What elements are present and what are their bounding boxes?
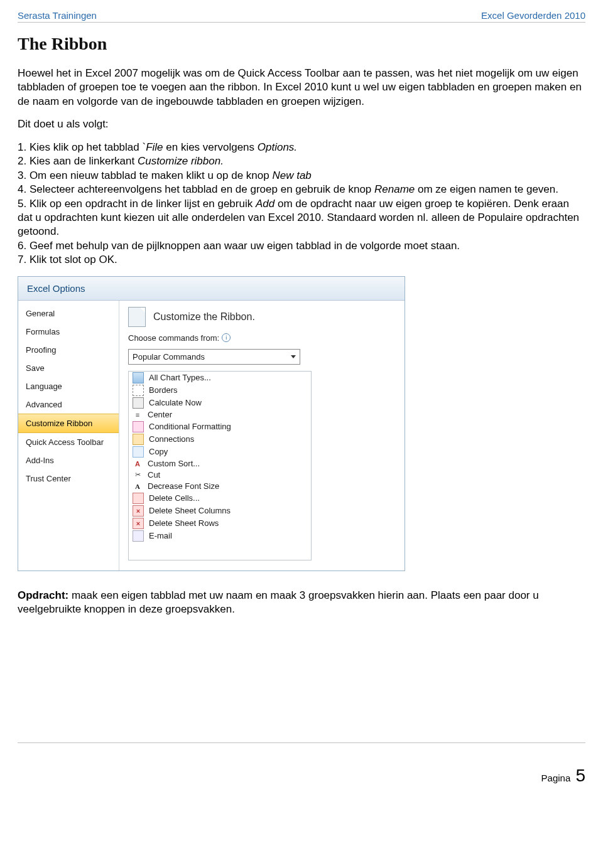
copy-icon <box>133 446 144 458</box>
nav-general[interactable]: General <box>18 304 119 323</box>
cmd-conditional-formatting[interactable]: Conditional Formatting <box>129 421 311 433</box>
cmd-custom-sort[interactable]: ACustom Sort... <box>129 458 311 469</box>
chevron-down-icon <box>291 355 296 358</box>
decrease-font-icon: A <box>133 481 143 491</box>
nav-customize-ribbon[interactable]: Customize Ribbon <box>18 414 119 433</box>
cmd-delete-sheet-columns[interactable]: Delete Sheet Columns <box>129 505 311 517</box>
scissors-icon: ✂ <box>133 470 143 480</box>
cmd-borders[interactable]: Borders <box>129 384 311 397</box>
dialog-heading: Customize the Ribbon. <box>128 307 396 327</box>
cmd-all-chart-types[interactable]: All Chart Types... <box>129 372 311 384</box>
page-title: The Ribbon <box>18 34 585 54</box>
cmd-cut[interactable]: ✂Cut <box>129 469 311 481</box>
cmd-connections[interactable]: Connections <box>129 433 311 446</box>
delete-rows-icon <box>133 518 144 529</box>
nav-addins[interactable]: Add-Ins <box>18 451 119 469</box>
lead-line: Dit doet u als volgt: <box>18 117 585 131</box>
conditional-formatting-icon <box>133 421 144 432</box>
cmd-delete-cells[interactable]: Delete Cells... <box>129 492 311 505</box>
borders-icon <box>133 385 144 396</box>
chart-icon <box>133 372 144 383</box>
header-right: Excel Gevorderden 2010 <box>481 10 585 21</box>
email-icon <box>133 530 144 542</box>
page-number: 5 <box>575 766 585 785</box>
ribbon-page-icon <box>128 307 146 327</box>
connections-icon <box>133 434 144 445</box>
nav-proofing[interactable]: Proofing <box>18 341 119 359</box>
cmd-copy[interactable]: Copy <box>129 446 311 458</box>
commands-list[interactable]: All Chart Types... Borders Calculate Now… <box>128 371 312 560</box>
nav-language[interactable]: Language <box>18 377 119 395</box>
cmd-delete-sheet-rows[interactable]: Delete Sheet Rows <box>129 517 311 530</box>
step-6: 6. Geef met behulp van de pijlknoppen aa… <box>18 239 585 253</box>
cmd-center[interactable]: ≡Center <box>129 409 311 421</box>
choose-commands-label: Choose commands from: i <box>128 333 396 343</box>
step-4: 4. Selecteer achtereenvolgens het tabbla… <box>18 183 585 196</box>
delete-columns-icon <box>133 505 144 517</box>
footer-divider <box>18 742 585 743</box>
calculator-icon <box>133 397 144 409</box>
nav-formulas[interactable]: Formulas <box>18 323 119 341</box>
step-5: 5. Klik op een opdracht in de linker lij… <box>18 197 585 239</box>
cmd-decrease-font-size[interactable]: ADecrease Font Size <box>129 481 311 492</box>
delete-cells-icon <box>133 493 144 504</box>
excel-options-dialog: Excel Options General Formulas Proofing … <box>18 276 405 571</box>
sort-icon: A <box>133 459 143 469</box>
commands-dropdown[interactable]: Popular Commands <box>128 349 300 365</box>
dialog-nav: General Formulas Proofing Save Language … <box>18 301 119 571</box>
step-1: 1. Kies klik op het tabblad `File en kie… <box>18 141 585 154</box>
nav-advanced[interactable]: Advanced <box>18 395 119 414</box>
assignment: Opdracht: maak een eigen tabblad met uw … <box>18 589 585 617</box>
page-footer: Pagina 5 <box>0 761 603 798</box>
nav-qat[interactable]: Quick Access Toolbar <box>18 433 119 451</box>
cmd-email[interactable]: E-mail <box>129 530 311 542</box>
page-header: Serasta Trainingen Excel Gevorderden 201… <box>18 10 585 23</box>
cmd-calculate-now[interactable]: Calculate Now <box>129 397 311 409</box>
step-2: 2. Kies aan de linkerkant Customize ribb… <box>18 154 585 168</box>
nav-trust-center[interactable]: Trust Center <box>18 469 119 488</box>
step-3: 3. Om een nieuw tabblad te maken klikt u… <box>18 169 585 183</box>
step-7: 7. Klik tot slot op OK. <box>18 253 585 267</box>
info-icon[interactable]: i <box>222 333 231 342</box>
nav-save[interactable]: Save <box>18 359 119 377</box>
header-left: Serasta Trainingen <box>18 10 97 21</box>
align-center-icon: ≡ <box>133 410 143 420</box>
dialog-title: Excel Options <box>18 277 405 301</box>
intro-paragraph: Hoewel het in Excel 2007 mogelijk was om… <box>18 67 585 109</box>
